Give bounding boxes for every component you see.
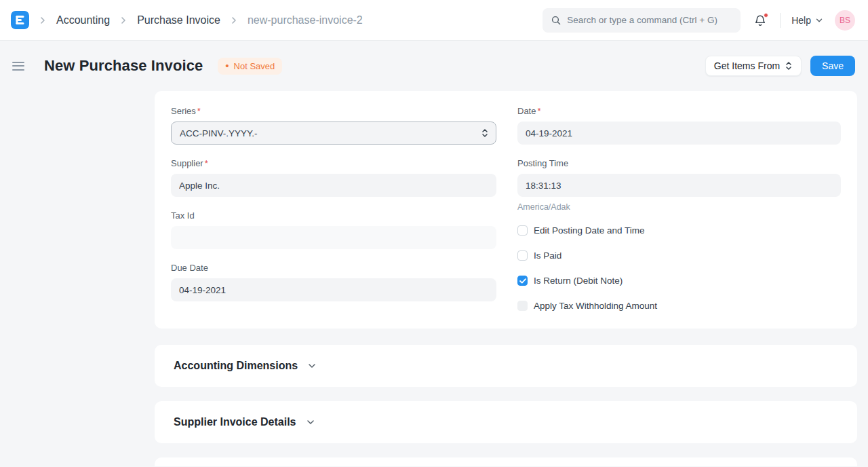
required-marker: * <box>197 106 201 116</box>
series-select[interactable] <box>171 122 496 145</box>
due-date-label: Due Date <box>171 263 496 273</box>
navbar-divider <box>780 13 781 28</box>
due-date-field: Due Date <box>171 263 496 301</box>
user-avatar[interactable]: BS <box>835 10 855 31</box>
tax-id-field: Tax Id <box>171 210 496 249</box>
chevron-right-icon <box>118 15 129 26</box>
select-unfold-icon <box>785 61 793 71</box>
chevron-down-icon <box>814 16 824 25</box>
is-return-checkbox[interactable]: Is Return (Debit Note) <box>517 276 841 286</box>
checkbox-label: Is Paid <box>534 250 561 261</box>
checkbox-box[interactable] <box>517 301 528 311</box>
section-partial-card[interactable] <box>155 457 857 466</box>
section-accounting-dimensions[interactable]: Accounting Dimensions <box>155 345 857 387</box>
chevron-down-icon <box>305 417 316 428</box>
get-items-from-button[interactable]: Get Items From <box>705 56 802 76</box>
posting-time-input[interactable] <box>517 174 841 197</box>
series-label: Series <box>171 106 196 116</box>
tax-id-input[interactable] <box>171 226 496 249</box>
status-text: Not Saved <box>234 61 275 71</box>
search-input[interactable] <box>567 15 732 25</box>
form-area: Series* Supplier* Ta <box>155 91 857 466</box>
help-dropdown[interactable]: Help <box>791 15 824 26</box>
form-column-left: Series* Supplier* Ta <box>171 106 496 311</box>
checkbox-box[interactable] <box>517 225 528 236</box>
chevron-right-icon <box>229 15 239 26</box>
global-search[interactable] <box>542 8 741 33</box>
page-title: New Purchase Invoice <box>44 57 203 75</box>
supplier-field: Supplier* <box>171 158 496 197</box>
required-marker: * <box>205 158 208 168</box>
tax-id-label: Tax Id <box>171 210 496 221</box>
edit-posting-date-checkbox[interactable]: Edit Posting Date and Time <box>517 225 841 236</box>
section-title: Supplier Invoice Details <box>174 416 296 428</box>
checkbox-box[interactable] <box>517 276 528 286</box>
apply-tax-withholding-checkbox[interactable]: Apply Tax Withholding Amount <box>517 301 841 311</box>
sidebar-toggle-button[interactable] <box>11 58 26 74</box>
due-date-input[interactable] <box>171 278 496 301</box>
breadcrumb: Accounting Purchase Invoice new-purchase… <box>11 11 363 29</box>
breadcrumb-accounting[interactable]: Accounting <box>56 14 110 26</box>
page-head: New Purchase Invoice • Not Saved Get Ite… <box>0 41 868 91</box>
app-logo[interactable] <box>11 11 29 29</box>
date-label: Date <box>517 106 536 116</box>
checkbox-label: Apply Tax Withholding Amount <box>534 301 657 311</box>
checkbox-group: Edit Posting Date and Time Is Paid Is Re… <box>517 225 841 311</box>
check-icon <box>519 278 526 284</box>
invoice-details-card: Series* Supplier* Ta <box>155 91 857 329</box>
erpnext-logo-icon <box>15 15 25 25</box>
checkbox-label: Is Return (Debit Note) <box>534 276 623 286</box>
timezone-help-text: America/Adak <box>517 202 841 212</box>
date-input[interactable] <box>517 122 841 145</box>
form-column-right: Date* Posting Time America/Adak Edit Pos… <box>517 106 841 311</box>
date-field: Date* <box>517 106 841 145</box>
checkbox-box[interactable] <box>517 250 528 261</box>
checkbox-label: Edit Posting Date and Time <box>534 225 645 236</box>
top-navbar: Accounting Purchase Invoice new-purchase… <box>0 0 868 41</box>
supplier-label: Supplier <box>171 158 203 168</box>
section-title: Accounting Dimensions <box>174 360 298 372</box>
posting-time-label: Posting Time <box>517 158 841 168</box>
save-button[interactable]: Save <box>810 56 855 76</box>
posting-time-field: Posting Time America/Adak <box>517 158 841 212</box>
help-label: Help <box>791 15 811 26</box>
menu-icon <box>12 62 24 63</box>
avatar-initials: BS <box>840 16 850 25</box>
notifications-button[interactable] <box>751 12 769 29</box>
status-dot: • <box>225 62 229 69</box>
breadcrumb-purchase-invoice[interactable]: Purchase Invoice <box>137 14 220 26</box>
notification-dot <box>764 13 768 18</box>
series-field: Series* <box>171 106 496 145</box>
navbar-actions: Help BS <box>542 8 855 33</box>
chevron-down-icon <box>307 360 317 371</box>
section-supplier-invoice-details[interactable]: Supplier Invoice Details <box>155 401 857 443</box>
is-paid-checkbox[interactable]: Is Paid <box>517 250 841 261</box>
status-badge: • Not Saved <box>218 58 282 75</box>
search-icon <box>551 15 561 26</box>
supplier-input[interactable] <box>171 174 496 197</box>
required-marker: * <box>537 106 540 116</box>
breadcrumb-current: new-purchase-invoice-2 <box>248 14 363 26</box>
chevron-right-icon <box>37 15 48 26</box>
